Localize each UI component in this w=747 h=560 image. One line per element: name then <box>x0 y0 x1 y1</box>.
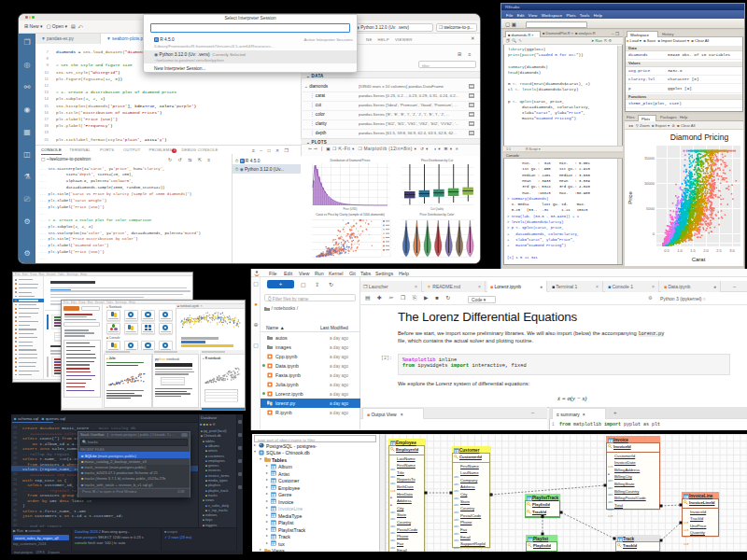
svg-text:Cut Quality: Cut Quality <box>430 207 444 211</box>
svg-text:1.5: 1.5 <box>690 248 696 253</box>
svg-text:2.0: 2.0 <box>703 248 709 253</box>
svg-text:2.5: 2.5 <box>716 248 722 253</box>
svg-text:Carat vs Price by Clarity (sam: Carat vs Price by Clarity (sample of 100… <box>316 213 385 217</box>
svg-text:10000: 10000 <box>644 181 655 186</box>
svg-text:Price: Price <box>627 191 633 204</box>
svg-text:3.0: 3.0 <box>729 248 735 253</box>
svg-text:Diamond Pricing: Diamond Pricing <box>670 133 729 142</box>
svg-text:Distribution of Diamond Prices: Distribution of Diamond Prices <box>331 159 371 162</box>
svg-text:Price (USD): Price (USD) <box>344 207 358 211</box>
svg-text:5000: 5000 <box>646 206 655 211</box>
svg-text:Price Distribution by Cut: Price Distribution by Cut <box>421 159 453 162</box>
svg-text:Price Distribution by Color: Price Distribution by Color <box>420 213 456 217</box>
svg-text:15000: 15000 <box>644 156 655 161</box>
svg-text:Carat: Carat <box>692 257 706 262</box>
svg-text:0: 0 <box>653 231 655 236</box>
svg-text:1.0: 1.0 <box>677 248 683 253</box>
svg-text:0.5: 0.5 <box>664 248 669 253</box>
